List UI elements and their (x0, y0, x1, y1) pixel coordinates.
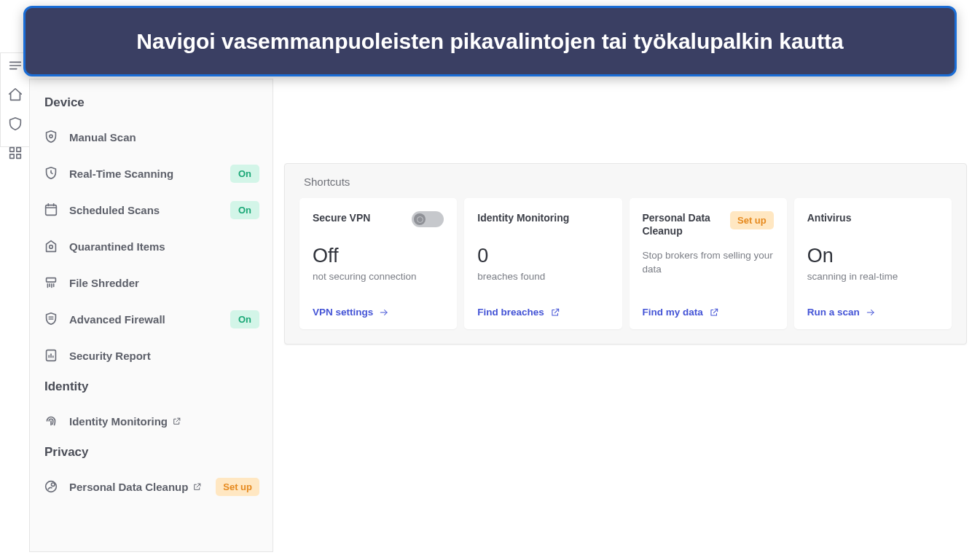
report-icon (43, 347, 59, 363)
svg-point-22 (46, 481, 57, 492)
card-personal-data-cleanup: Personal Data Cleanup Set up Stop broker… (630, 198, 787, 329)
sidebar-item-label: Identity Monitoring (69, 415, 259, 428)
svg-rect-5 (9, 154, 14, 159)
sidebar-item-label: Quarantined Items (69, 240, 259, 253)
shield-clock-icon (43, 165, 59, 181)
card-value: 0 (477, 246, 608, 266)
external-link-icon (550, 307, 560, 318)
sidebar-item-label: Personal Data Cleanup (69, 481, 205, 493)
sidebar-item-label: Scheduled Scans (69, 204, 220, 216)
card-value: Off (313, 246, 444, 266)
sidebar: Device Manual Scan Real-Time Scanning On… (29, 79, 273, 552)
home-icon[interactable] (7, 87, 23, 103)
status-badge-on: On (230, 201, 259, 219)
data-cleanup-icon (43, 479, 59, 495)
find-breaches-link[interactable]: Find breaches (477, 307, 608, 318)
status-badge-on: On (230, 310, 259, 328)
status-badge-on: On (230, 165, 259, 183)
external-link-icon (172, 417, 181, 426)
shield-scan-icon (43, 129, 59, 145)
firewall-shield-icon (43, 311, 59, 327)
card-value: On (807, 246, 938, 266)
card-subtitle: scanning in real-time (807, 270, 938, 283)
main-content: Shortcuts Secure VPN Off not securing co… (284, 163, 967, 345)
shortcuts-cards: Secure VPN Off not securing connection V… (299, 198, 952, 329)
shredder-icon (43, 275, 59, 291)
svg-point-12 (50, 245, 53, 249)
arrow-right-icon (379, 307, 389, 318)
protection-icon[interactable] (7, 116, 23, 132)
svg-rect-8 (46, 205, 57, 216)
svg-rect-3 (9, 148, 14, 152)
sidebar-item-identity-monitoring[interactable]: Identity Monitoring (43, 403, 259, 439)
card-title: Personal Data Cleanup (643, 211, 723, 237)
vpn-settings-link[interactable]: VPN settings (313, 307, 444, 318)
sidebar-item-personal-data-cleanup[interactable]: Personal Data Cleanup Set up (43, 468, 259, 505)
external-link-icon (192, 482, 202, 492)
sidebar-item-scheduled-scans[interactable]: Scheduled Scans On (43, 192, 259, 228)
external-link-icon (709, 307, 719, 318)
card-subtitle: Stop brokers from selling your data (643, 249, 774, 275)
shortcuts-title: Shortcuts (304, 176, 952, 188)
card-subtitle: not securing connection (313, 270, 444, 283)
apps-icon[interactable] (7, 145, 23, 161)
sidebar-item-label: Advanced Firewall (69, 313, 220, 326)
card-antivirus: Antivirus On scanning in real-time Run a… (794, 198, 952, 329)
instruction-text: Navigoi vasemmanpuoleisten pikavalintoje… (136, 28, 843, 55)
status-badge-setup: Set up (730, 211, 774, 229)
sidebar-item-file-shredder[interactable]: File Shredder (43, 264, 259, 301)
calendar-icon (43, 202, 59, 218)
find-my-data-link[interactable]: Find my data (643, 307, 774, 318)
sidebar-item-label: Real-Time Scanning (69, 168, 220, 180)
card-subtitle: breaches found (477, 270, 608, 283)
card-title: Identity Monitoring (477, 211, 569, 224)
svg-rect-6 (16, 154, 20, 159)
section-title-identity: Identity (44, 379, 259, 394)
card-title: Antivirus (807, 211, 852, 224)
sidebar-item-quarantined-items[interactable]: Quarantined Items (43, 228, 259, 264)
sidebar-item-label: Manual Scan (69, 131, 259, 143)
svg-point-7 (50, 135, 52, 138)
sidebar-item-realtime-scanning[interactable]: Real-Time Scanning On (43, 155, 259, 192)
card-secure-vpn: Secure VPN Off not securing connection V… (299, 198, 457, 329)
arrow-right-icon (866, 307, 876, 318)
sidebar-item-label: Security Report (69, 350, 259, 362)
vpn-toggle[interactable] (412, 211, 444, 227)
svg-rect-4 (16, 148, 20, 152)
status-badge-setup: Set up (216, 478, 259, 496)
menu-icon[interactable] (7, 58, 23, 74)
sidebar-item-manual-scan[interactable]: Manual Scan (43, 119, 259, 155)
section-title-device: Device (44, 95, 259, 110)
svg-rect-13 (47, 278, 56, 283)
card-identity-monitoring: Identity Monitoring 0 breaches found Fin… (464, 198, 622, 329)
instruction-banner: Navigoi vasemmanpuoleisten pikavalintoje… (23, 6, 957, 76)
card-title: Secure VPN (313, 211, 370, 224)
section-title-privacy: Privacy (44, 445, 259, 460)
shortcuts-panel: Shortcuts Secure VPN Off not securing co… (284, 163, 967, 345)
sidebar-item-security-report[interactable]: Security Report (43, 337, 259, 374)
run-scan-link[interactable]: Run a scan (807, 307, 938, 318)
sidebar-item-advanced-firewall[interactable]: Advanced Firewall On (43, 301, 259, 337)
fingerprint-icon (43, 413, 59, 429)
svg-point-23 (51, 483, 55, 487)
sidebar-item-label: File Shredder (69, 277, 259, 289)
quarantine-icon (43, 238, 59, 254)
